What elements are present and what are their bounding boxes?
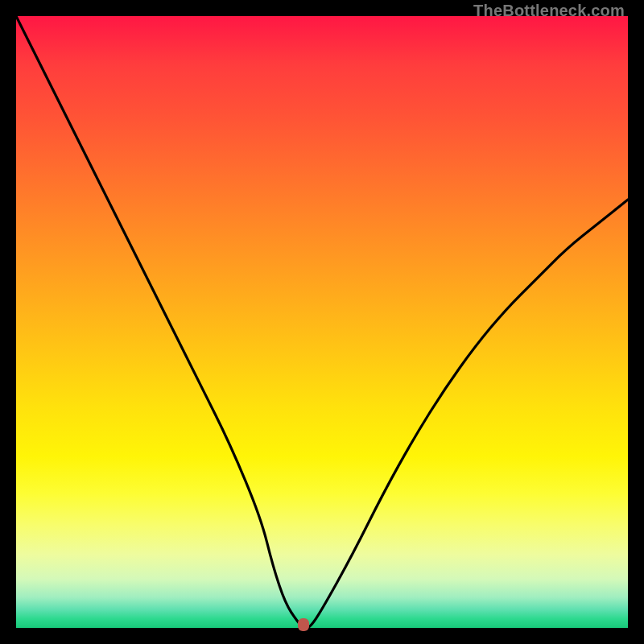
bottleneck-curve <box>16 16 628 628</box>
chart-frame: TheBottleneck.com <box>0 0 644 644</box>
plot-area <box>16 16 628 628</box>
minimum-marker <box>298 618 309 631</box>
